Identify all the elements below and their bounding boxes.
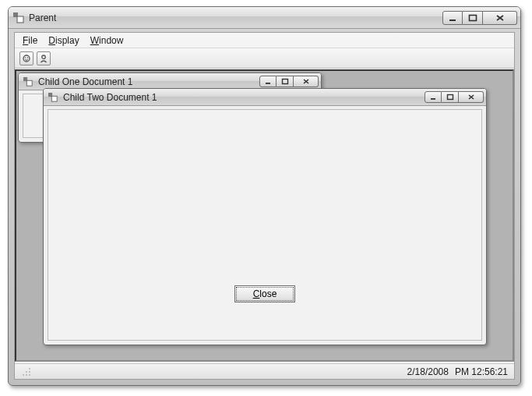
svg-point-6 xyxy=(27,57,29,58)
minimize-button[interactable] xyxy=(442,11,463,25)
child-two-minimize-button[interactable] xyxy=(425,91,442,103)
statusbar: 2/18/2008 PM 12:56:21 xyxy=(15,363,514,379)
child-window-two[interactable]: Child Two Document 1 Close xyxy=(43,88,487,345)
svg-point-7 xyxy=(42,55,45,58)
svg-point-19 xyxy=(26,371,27,373)
svg-rect-10 xyxy=(266,83,270,84)
menu-file[interactable]: File xyxy=(23,35,37,46)
svg-point-18 xyxy=(29,374,30,376)
maximize-button[interactable] xyxy=(463,11,483,25)
child-two-close-button[interactable] xyxy=(459,91,484,103)
close-document-button[interactable]: Close xyxy=(234,285,295,302)
toolbar-button-1[interactable] xyxy=(19,51,33,65)
svg-rect-11 xyxy=(282,80,287,84)
status-date: 2/18/2008 xyxy=(407,366,453,377)
child-one-close-button[interactable] xyxy=(294,76,319,87)
svg-point-16 xyxy=(23,374,24,376)
window-buttons xyxy=(442,11,517,25)
child-one-title: Child One Document 1 xyxy=(38,76,259,87)
svg-rect-9 xyxy=(26,80,32,86)
statusbar-grip-icon xyxy=(21,366,32,377)
child-one-minimize-button[interactable] xyxy=(259,76,277,87)
toolbar xyxy=(15,48,514,69)
toolbar-button-2[interactable] xyxy=(37,51,51,65)
svg-rect-1 xyxy=(17,16,23,23)
child-two-titlebar[interactable]: Child Two Document 1 xyxy=(44,89,486,106)
app-icon xyxy=(13,12,24,23)
mdi-client-area: Child One Document 1 xyxy=(15,69,514,362)
child-two-title: Child Two Document 1 xyxy=(63,92,425,103)
svg-rect-15 xyxy=(447,95,453,100)
mdi-child-icon xyxy=(48,92,58,103)
close-button[interactable] xyxy=(483,11,517,25)
menu-display[interactable]: Display xyxy=(48,35,79,46)
svg-point-4 xyxy=(23,55,30,62)
svg-rect-13 xyxy=(51,96,57,101)
svg-point-5 xyxy=(25,57,26,58)
child-two-client: Close xyxy=(48,109,482,341)
parent-title: Parent xyxy=(29,12,442,23)
svg-rect-14 xyxy=(431,98,435,100)
menubar: File Display Window xyxy=(15,33,514,48)
svg-rect-3 xyxy=(469,15,476,20)
svg-point-17 xyxy=(26,374,27,376)
menu-window[interactable]: Window xyxy=(90,35,124,46)
child-two-maximize-button[interactable] xyxy=(442,91,459,103)
svg-rect-2 xyxy=(449,19,456,21)
parent-titlebar[interactable]: Parent xyxy=(9,7,520,29)
svg-point-20 xyxy=(29,371,30,373)
status-time: PM 12:56:21 xyxy=(453,366,508,377)
mdi-child-icon xyxy=(23,76,33,87)
client-frame: File Display Window xyxy=(14,32,515,380)
child-one-maximize-button[interactable] xyxy=(277,76,294,87)
parent-window: Parent File Display Window xyxy=(8,6,521,386)
svg-point-21 xyxy=(29,368,30,369)
